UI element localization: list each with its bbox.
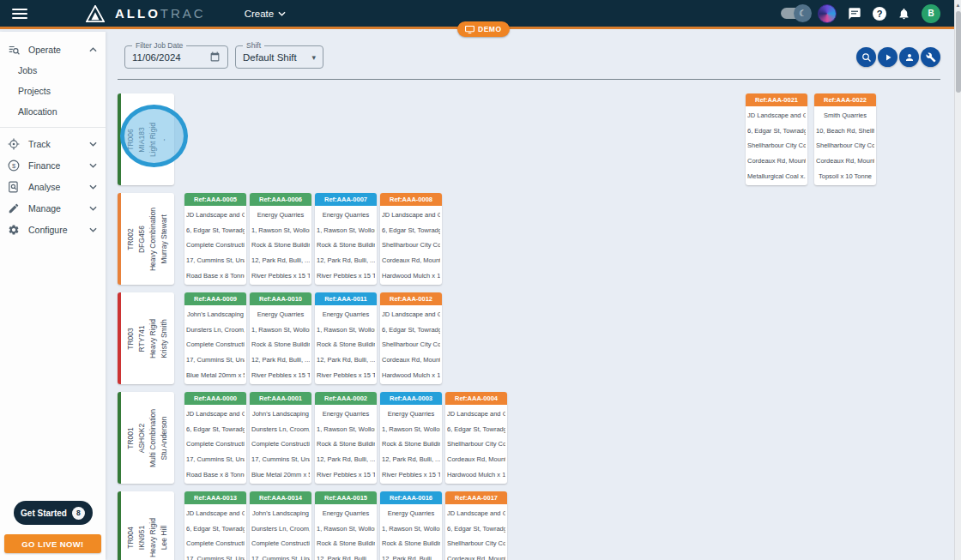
job-line: Rock & Stone Buildin... (382, 539, 440, 547)
job-card[interactable]: Ref:AAA-0011Energy Quarries1, Rawson St,… (315, 292, 377, 384)
sidebar-item-jobs[interactable]: Jobs (0, 60, 106, 81)
settings-button[interactable] (921, 47, 940, 67)
job-details: Energy Quarries1, Rawson St, Wollon...Ro… (315, 405, 377, 484)
truck-code: TR004 (125, 491, 136, 560)
job-ref: Ref:AAA-0022 (814, 93, 876, 106)
sidebar-section-operate[interactable]: Operate (0, 39, 106, 60)
calendar-icon[interactable] (209, 51, 221, 63)
job-card[interactable]: Ref:AAA-0012JD Landscape and Gar...6, Ed… (380, 292, 442, 384)
job-card[interactable]: Ref:AAA-0016Energy Quarries1, Rawson St,… (380, 491, 442, 560)
create-menu[interactable]: Create (245, 9, 287, 19)
sidebar-item-allocation[interactable]: Allocation (0, 101, 106, 122)
allocation-board: Filter Job Date 11/06/2024 Shift Default… (106, 32, 954, 560)
job-details: Energy Quarries1, Rawson St, Wollon...Ro… (250, 206, 311, 285)
sidebar-section-track[interactable]: Track (0, 133, 106, 154)
job-card[interactable]: Ref:AAA-0021JD Landscape and Gar...6, Ed… (746, 93, 807, 185)
help-icon[interactable]: ? (873, 7, 886, 21)
truck-type: Heavy Combination (148, 193, 159, 285)
job-line: Road Base x 8 Tonne,... (186, 471, 245, 479)
job-details: JD Landscape and Gar...6, Edgar St, Towr… (445, 504, 507, 560)
job-card[interactable]: Ref:AAA-0003Energy Quarries1, Rawson St,… (380, 392, 442, 484)
demo-badge: DEMO (457, 21, 510, 37)
truck-card-tr002[interactable]: TR002DFG456Heavy CombinationMurray Stewa… (118, 193, 174, 285)
job-card[interactable]: Ref:AAA-0004JD Landscape and Gar...6, Ed… (445, 392, 507, 484)
job-line: Rock & Stone Buildin... (251, 340, 310, 348)
truck-rego: IKN951 (136, 491, 148, 560)
menu-icon[interactable] (12, 9, 27, 19)
search-button[interactable] (856, 47, 876, 67)
scrollbar-thumb[interactable] (956, 11, 961, 93)
job-line: Hardwood Mulch x 10 ... (382, 272, 440, 280)
chat-icon[interactable] (848, 7, 861, 21)
job-card[interactable]: Ref:AAA-0008JD Landscape and Gar...6, Ed… (380, 193, 442, 285)
job-line: Shellharbour City Co... (382, 340, 440, 348)
job-ref: Ref:AAA-0010 (250, 292, 311, 305)
job-line: JD Landscape and Gar... (447, 410, 505, 418)
truck-code: TR002 (125, 193, 136, 285)
truck-code: TR001 (125, 392, 136, 484)
job-line: Shellharbour City Co... (447, 539, 505, 547)
job-card[interactable]: Ref:AAA-0001John's LandscapingDunsters L… (250, 392, 311, 484)
notifications-bell-icon[interactable] (898, 7, 910, 21)
job-line: River Pebbles x 15 T... (382, 471, 440, 479)
chevron-down-icon (89, 227, 97, 232)
manage-pencil-icon (8, 202, 20, 214)
job-lane: Ref:AAA-0009John's LandscapingDunsters L… (184, 292, 442, 384)
job-card[interactable]: Ref:AAA-0010Energy Quarries1, Rawson St,… (250, 292, 311, 384)
sidebar-section-analyse[interactable]: Analyse (0, 176, 106, 197)
vertical-scrollbar[interactable]: ▲ (954, 0, 961, 560)
job-card[interactable]: Ref:AAA-0017JD Landscape and Gar...6, Ed… (445, 491, 507, 560)
app-orb-icon[interactable] (818, 4, 837, 23)
shift-select[interactable]: Shift Default Shift ▾ (235, 45, 323, 69)
filter-job-date-input[interactable]: Filter Job Date 11/06/2024 (124, 45, 228, 69)
job-card[interactable]: Ref:AAA-0002Energy Quarries1, Rawson St,… (315, 392, 377, 484)
job-line: 1, Rawson St, Wollon... (317, 226, 375, 234)
job-ref: Ref:AAA-0007 (315, 193, 377, 206)
truck-card-tr001[interactable]: TR001ASHOK2Multi CombinationStu Anderson (118, 392, 174, 484)
truck-card-tr004[interactable]: TR004IKN951Heavy RigidLee Hill (118, 491, 174, 560)
job-line: 6, Edgar St, Towradg... (382, 326, 440, 334)
job-ref: Ref:AAA-0001 (250, 392, 311, 405)
job-line: Topsoil x 10 Tonne (816, 172, 874, 180)
play-button[interactable] (878, 47, 898, 67)
job-card[interactable]: Ref:AAA-0014John's LandscapingDunsters L… (250, 491, 311, 560)
job-line: 17, Cummins St, Unan... (186, 555, 245, 560)
job-card[interactable]: Ref:AAA-0013JD Landscape and Gar...6, Ed… (184, 491, 246, 560)
user-avatar[interactable]: B (922, 4, 940, 23)
job-details: Energy Quarries1, Rawson St, Wollon...Ro… (250, 305, 311, 384)
sidebar-item-projects[interactable]: Projects (0, 81, 106, 101)
sidebar-section-manage[interactable]: Manage (0, 197, 106, 219)
truck-type: Heavy Rigid (148, 292, 159, 384)
truck-card-tr006[interactable]: TR006MIA183Light Rigid- (118, 93, 174, 185)
job-card[interactable]: Ref:AAA-0015Energy Quarries1, Rawson St,… (315, 491, 377, 560)
job-ref: Ref:AAA-0021 (746, 93, 807, 106)
job-card[interactable]: Ref:AAA-0007Energy Quarries1, Rawson St,… (315, 193, 377, 285)
job-line: Blue Metal 20mm x 5 ... (251, 471, 310, 479)
truck-card-tr003[interactable]: TR003RTY741Heavy RigidKristy Smith (118, 292, 174, 384)
job-lane: Ref:AAA-0000JD Landscape and Gar...6, Ed… (184, 392, 507, 484)
sidebar-section-finance[interactable]: $ Finance (0, 154, 106, 176)
analyse-icon (8, 181, 20, 193)
job-line: JD Landscape and Gar... (186, 211, 245, 219)
job-card[interactable]: Ref:AAA-0006Energy Quarries1, Rawson St,… (250, 193, 311, 285)
job-card[interactable]: Ref:AAA-0022Smith Quarries10, Beach Rd, … (814, 93, 876, 185)
job-card[interactable]: Ref:AAA-0000JD Landscape and Gar...6, Ed… (184, 392, 246, 484)
driver-button[interactable] (899, 47, 919, 67)
job-line: Rock & Stone Buildin... (251, 241, 310, 249)
job-line: 6, Edgar St, Towradg... (186, 525, 245, 533)
job-card[interactable]: Ref:AAA-0009John's LandscapingDunsters L… (184, 292, 246, 384)
job-line: John's Landscaping (251, 410, 310, 418)
sidebar-section-configure[interactable]: Configure (0, 219, 106, 240)
scroll-up-arrow-icon[interactable]: ▲ (955, 0, 961, 10)
job-line: 1, Rawson St, Wollon... (382, 525, 440, 533)
truck-row: TR003RTY741Heavy RigidKristy SmithRef:AA… (118, 292, 954, 384)
go-live-button[interactable]: GO LIVE NOW! (4, 534, 101, 553)
job-card[interactable]: Ref:AAA-0005JD Landscape and Gar...6, Ed… (184, 193, 246, 285)
job-details: JD Landscape and Gar...6, Edgar St, Towr… (380, 305, 442, 384)
job-ref: Ref:AAA-0005 (184, 193, 246, 206)
get-started-button[interactable]: Get Started 8 (14, 501, 93, 525)
dark-mode-toggle[interactable]: ☾ (781, 8, 807, 19)
job-line: Complete Constructio... (186, 241, 245, 249)
job-line: Rock & Stone Buildin... (317, 539, 375, 547)
job-line: 1, Rawson St, Wollon... (317, 326, 375, 334)
